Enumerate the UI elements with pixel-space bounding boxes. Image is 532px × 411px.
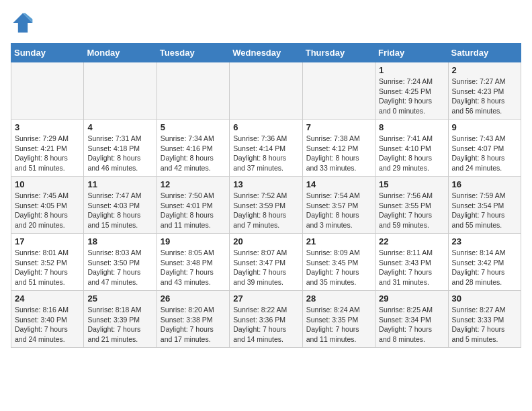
day-number: 5	[161, 122, 226, 132]
day-info: Sunrise: 8:03 AMSunset: 3:50 PMDaylight:…	[87, 248, 152, 287]
calendar-week-row: 17Sunrise: 8:01 AMSunset: 3:52 PMDayligh…	[11, 234, 521, 291]
calendar-cell: 19Sunrise: 8:05 AMSunset: 3:48 PMDayligh…	[157, 234, 229, 291]
day-number: 7	[306, 122, 371, 132]
calendar-cell: 9Sunrise: 7:43 AMSunset: 4:07 PMDaylight…	[448, 120, 521, 177]
day-number: 12	[161, 179, 226, 189]
day-info: Sunrise: 7:38 AMSunset: 4:12 PMDaylight:…	[306, 134, 371, 173]
day-number: 14	[306, 179, 371, 189]
calendar-cell: 22Sunrise: 8:11 AMSunset: 3:43 PMDayligh…	[375, 234, 448, 291]
day-number: 30	[452, 293, 517, 304]
day-info: Sunrise: 7:50 AMSunset: 4:01 PMDaylight:…	[161, 191, 226, 230]
calendar-cell: 14Sunrise: 7:54 AMSunset: 3:57 PMDayligh…	[302, 177, 375, 234]
calendar-cell: 21Sunrise: 8:09 AMSunset: 3:45 PMDayligh…	[302, 234, 375, 291]
day-info: Sunrise: 7:45 AMSunset: 4:05 PMDaylight:…	[15, 191, 80, 230]
calendar-cell	[302, 62, 375, 120]
calendar-cell: 12Sunrise: 7:50 AMSunset: 4:01 PMDayligh…	[157, 177, 229, 234]
day-info: Sunrise: 7:52 AMSunset: 3:59 PMDaylight:…	[233, 191, 298, 230]
day-info: Sunrise: 7:54 AMSunset: 3:57 PMDaylight:…	[306, 191, 371, 230]
calendar-cell	[157, 62, 229, 120]
day-number: 20	[233, 236, 298, 246]
day-number: 23	[452, 236, 517, 246]
day-number: 25	[87, 293, 152, 304]
day-number: 21	[306, 236, 371, 246]
day-info: Sunrise: 8:11 AMSunset: 3:43 PMDaylight:…	[379, 248, 444, 287]
day-info: Sunrise: 8:22 AMSunset: 3:36 PMDaylight:…	[233, 305, 298, 345]
day-info: Sunrise: 7:24 AMSunset: 4:25 PMDaylight:…	[379, 77, 444, 116]
day-number: 2	[452, 65, 517, 75]
day-info: Sunrise: 8:09 AMSunset: 3:45 PMDaylight:…	[306, 248, 371, 287]
calendar-cell: 18Sunrise: 8:03 AMSunset: 3:50 PMDayligh…	[84, 234, 157, 291]
day-info: Sunrise: 8:25 AMSunset: 3:34 PMDaylight:…	[379, 305, 444, 345]
calendar-cell: 26Sunrise: 8:20 AMSunset: 3:38 PMDayligh…	[157, 291, 229, 348]
day-info: Sunrise: 7:36 AMSunset: 4:14 PMDaylight:…	[233, 134, 298, 173]
calendar-cell: 5Sunrise: 7:34 AMSunset: 4:16 PMDaylight…	[157, 120, 229, 177]
calendar-cell: 7Sunrise: 7:38 AMSunset: 4:12 PMDaylight…	[302, 120, 375, 177]
day-number: 6	[233, 122, 298, 132]
calendar-cell	[230, 62, 302, 120]
day-number: 10	[15, 179, 80, 189]
day-number: 17	[15, 236, 80, 246]
day-number: 28	[306, 293, 371, 304]
day-number: 13	[233, 179, 298, 189]
calendar-cell	[11, 62, 84, 120]
column-header-friday: Friday	[375, 44, 448, 62]
day-info: Sunrise: 8:14 AMSunset: 3:42 PMDaylight:…	[452, 248, 517, 287]
day-info: Sunrise: 8:16 AMSunset: 3:40 PMDaylight:…	[15, 305, 80, 345]
calendar-cell: 28Sunrise: 8:24 AMSunset: 3:35 PMDayligh…	[302, 291, 375, 348]
day-info: Sunrise: 7:31 AMSunset: 4:18 PMDaylight:…	[87, 134, 152, 173]
day-info: Sunrise: 7:47 AMSunset: 4:03 PMDaylight:…	[87, 191, 152, 230]
calendar-header-row: SundayMondayTuesdayWednesdayThursdayFrid…	[11, 44, 521, 62]
day-number: 27	[233, 293, 298, 304]
calendar-cell: 8Sunrise: 7:41 AMSunset: 4:10 PMDaylight…	[375, 120, 448, 177]
day-info: Sunrise: 8:18 AMSunset: 3:39 PMDaylight:…	[87, 305, 152, 345]
day-number: 16	[452, 179, 517, 189]
calendar-cell: 3Sunrise: 7:29 AMSunset: 4:21 PMDaylight…	[11, 120, 84, 177]
day-number: 11	[87, 179, 152, 189]
logo	[11, 11, 39, 35]
day-info: Sunrise: 7:59 AMSunset: 3:54 PMDaylight:…	[452, 191, 517, 230]
calendar-cell: 1Sunrise: 7:24 AMSunset: 4:25 PMDaylight…	[375, 62, 448, 120]
calendar-cell: 4Sunrise: 7:31 AMSunset: 4:18 PMDaylight…	[84, 120, 157, 177]
column-header-sunday: Sunday	[11, 44, 84, 62]
day-number: 18	[87, 236, 152, 246]
logo-icon	[11, 11, 35, 35]
calendar-week-row: 10Sunrise: 7:45 AMSunset: 4:05 PMDayligh…	[11, 177, 521, 234]
day-info: Sunrise: 7:43 AMSunset: 4:07 PMDaylight:…	[452, 134, 517, 173]
day-info: Sunrise: 8:07 AMSunset: 3:47 PMDaylight:…	[233, 248, 298, 287]
calendar-week-row: 3Sunrise: 7:29 AMSunset: 4:21 PMDaylight…	[11, 120, 521, 177]
day-number: 1	[379, 65, 444, 75]
column-header-wednesday: Wednesday	[230, 44, 302, 62]
calendar-week-row: 24Sunrise: 8:16 AMSunset: 3:40 PMDayligh…	[11, 291, 521, 348]
calendar-cell: 20Sunrise: 8:07 AMSunset: 3:47 PMDayligh…	[230, 234, 302, 291]
column-header-thursday: Thursday	[302, 44, 375, 62]
day-number: 24	[15, 293, 80, 304]
day-info: Sunrise: 7:41 AMSunset: 4:10 PMDaylight:…	[379, 134, 444, 173]
day-info: Sunrise: 8:24 AMSunset: 3:35 PMDaylight:…	[306, 305, 371, 345]
day-number: 26	[161, 293, 226, 304]
calendar-cell: 13Sunrise: 7:52 AMSunset: 3:59 PMDayligh…	[230, 177, 302, 234]
calendar-cell: 25Sunrise: 8:18 AMSunset: 3:39 PMDayligh…	[84, 291, 157, 348]
day-info: Sunrise: 8:27 AMSunset: 3:33 PMDaylight:…	[452, 305, 517, 345]
calendar-cell	[84, 62, 157, 120]
day-number: 8	[379, 122, 444, 132]
day-number: 22	[379, 236, 444, 246]
day-info: Sunrise: 8:20 AMSunset: 3:38 PMDaylight:…	[161, 305, 226, 345]
calendar-week-row: 1Sunrise: 7:24 AMSunset: 4:25 PMDaylight…	[11, 62, 521, 120]
day-number: 29	[379, 293, 444, 304]
calendar-cell: 17Sunrise: 8:01 AMSunset: 3:52 PMDayligh…	[11, 234, 84, 291]
calendar-cell: 30Sunrise: 8:27 AMSunset: 3:33 PMDayligh…	[448, 291, 521, 348]
column-header-saturday: Saturday	[448, 44, 521, 62]
calendar-cell: 2Sunrise: 7:27 AMSunset: 4:23 PMDaylight…	[448, 62, 521, 120]
svg-marker-0	[13, 13, 33, 33]
column-header-tuesday: Tuesday	[157, 44, 229, 62]
day-info: Sunrise: 8:01 AMSunset: 3:52 PMDaylight:…	[15, 248, 80, 287]
day-number: 15	[379, 179, 444, 189]
calendar-cell: 23Sunrise: 8:14 AMSunset: 3:42 PMDayligh…	[448, 234, 521, 291]
calendar-cell: 11Sunrise: 7:47 AMSunset: 4:03 PMDayligh…	[84, 177, 157, 234]
calendar-cell: 29Sunrise: 8:25 AMSunset: 3:34 PMDayligh…	[375, 291, 448, 348]
day-info: Sunrise: 7:56 AMSunset: 3:55 PMDaylight:…	[379, 191, 444, 230]
calendar-table: SundayMondayTuesdayWednesdayThursdayFrid…	[11, 43, 521, 348]
day-info: Sunrise: 8:05 AMSunset: 3:48 PMDaylight:…	[161, 248, 226, 287]
header	[11, 11, 521, 35]
column-header-monday: Monday	[84, 44, 157, 62]
